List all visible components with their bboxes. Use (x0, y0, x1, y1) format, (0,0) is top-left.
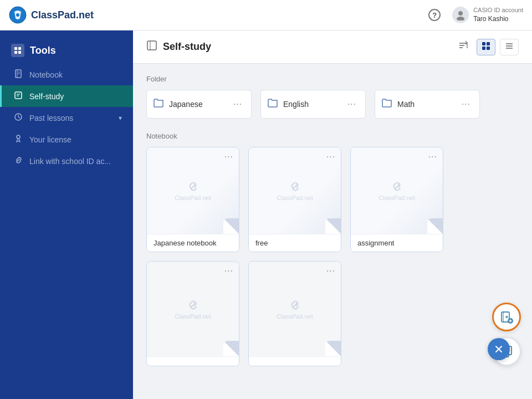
page-title: Self-study (163, 41, 211, 53)
folder-grid: Japanese ··· English ··· Math ··· (146, 90, 519, 119)
user-name: Taro Kashio (473, 14, 523, 24)
sort-button[interactable] (453, 38, 472, 55)
notebook-footer-4 (147, 356, 239, 366)
watermark-text-4: ClassPad.net (175, 313, 211, 320)
close-fab-button[interactable] (488, 338, 510, 360)
svg-point-3 (457, 17, 464, 21)
folder-menu-japanese[interactable]: ··· (231, 98, 244, 110)
folder-section-label: Folder (146, 75, 519, 83)
sidebar-item-your-license[interactable]: Your license (0, 129, 133, 150)
notebook-watermark-japanese: ClassPad.net (175, 180, 211, 201)
notebook-card-assignment[interactable]: ··· ClassPad.net assignment (350, 147, 443, 252)
notebook-footer-assignment: assignment (351, 234, 443, 252)
content-title-area: Self-study (146, 40, 211, 54)
user-avatar-icon (452, 7, 469, 23)
past-lessons-icon (13, 112, 24, 123)
notebook-footer-5 (249, 356, 341, 366)
new-notebook-icon (500, 310, 513, 324)
svg-rect-4 (14, 47, 17, 50)
notebook-name-japanese: Japanese notebook (154, 239, 216, 247)
svg-rect-23 (482, 42, 485, 45)
content-header: Self-study (133, 30, 532, 64)
svg-rect-26 (487, 47, 490, 50)
svg-rect-5 (18, 47, 21, 50)
content-controls (453, 38, 519, 55)
folder-name-math: Math (397, 100, 454, 109)
sidebar-item-license-label: Your license (29, 135, 71, 144)
sidebar-item-link-school-label: Link with school ID ac... (29, 157, 111, 166)
app-body: Tools Notebook Self-study Past lessons ▾ (0, 30, 532, 399)
watermark-link-icon (185, 180, 201, 192)
sidebar-item-notebook-label: Notebook (29, 70, 63, 79)
notebook-menu-assignment[interactable]: ··· (428, 152, 437, 162)
folder-icon-english (268, 98, 278, 110)
folder-card-japanese[interactable]: Japanese ··· (146, 90, 252, 119)
notebook-card-5[interactable]: ··· ClassPad.net (248, 261, 341, 366)
sidebar: Tools Notebook Self-study Past lessons ▾ (0, 30, 133, 399)
folder-icon-japanese (154, 98, 163, 110)
notebook-card-japanese[interactable]: ··· ClassPad.net Japanese notebook (146, 147, 239, 252)
watermark-text-1: ClassPad.net (175, 195, 211, 201)
watermark-text-2: ClassPad.net (277, 195, 313, 201)
help-button[interactable]: ? (426, 6, 443, 24)
notebook-footer-free: free (249, 234, 341, 252)
notebook-icon (13, 69, 24, 80)
notebook-watermark-5: ClassPad.net (277, 299, 313, 320)
notebook-card-4[interactable]: ··· ClassPad.net (146, 261, 239, 366)
notebook-menu-japanese[interactable]: ··· (224, 152, 233, 162)
logo-text: ClassPad.net (31, 9, 94, 21)
svg-rect-17 (147, 41, 156, 50)
notebook-grid: ··· ClassPad.net Japanese notebook (146, 147, 519, 366)
sidebar-item-past-lessons-label: Past lessons (29, 114, 73, 122)
folder-card-english[interactable]: English ··· (260, 90, 366, 119)
list-view-button[interactable] (500, 39, 519, 55)
notebook-watermark-free: ClassPad.net (277, 180, 313, 201)
classpad-logo-icon (9, 6, 27, 24)
new-notebook-fab-button[interactable] (492, 303, 521, 331)
watermark-link-icon-3 (389, 180, 405, 192)
folder-name-japanese: Japanese (169, 100, 226, 109)
tools-icon (11, 44, 24, 57)
logo-area: ClassPad.net (9, 6, 94, 24)
folder-menu-math[interactable]: ··· (459, 98, 473, 110)
user-info[interactable]: CASIO ID account Taro Kashio (452, 6, 523, 24)
notebook-watermark-assignment: ClassPad.net (378, 180, 415, 201)
tools-label: Tools (30, 45, 56, 57)
notebook-menu-5[interactable]: ··· (326, 266, 335, 276)
sidebar-tools-header: Tools (0, 39, 133, 64)
watermark-link-icon-4 (185, 299, 201, 311)
chevron-down-icon: ▾ (119, 114, 122, 122)
notebook-section-label: Notebook (146, 132, 519, 140)
notebook-name-assignment: assignment (357, 239, 394, 247)
notebook-name-free: free (255, 239, 268, 247)
notebook-menu-free[interactable]: ··· (326, 152, 335, 162)
notebook-card-free[interactable]: ··· ClassPad.net free (248, 147, 341, 252)
watermark-text-5: ClassPad.net (277, 313, 313, 320)
grid-view-button[interactable] (477, 39, 495, 55)
link-icon (13, 156, 24, 166)
notebook-footer-japanese: Japanese notebook (147, 234, 239, 252)
watermark-link-icon-5 (287, 299, 303, 311)
svg-rect-7 (18, 51, 21, 54)
content-title-icon (146, 40, 157, 54)
svg-point-1 (16, 13, 19, 17)
folder-card-math[interactable]: Math ··· (375, 90, 480, 119)
notebook-menu-4[interactable]: ··· (224, 266, 233, 276)
main-content: Self-study Folder (133, 30, 532, 399)
header-right: ? CASIO ID account Taro Kashio (426, 6, 523, 24)
notebook-watermark-4: ClassPad.net (175, 299, 211, 320)
account-label: CASIO ID account (473, 6, 523, 14)
sidebar-item-link-school[interactable]: Link with school ID ac... (0, 150, 133, 172)
svg-rect-25 (482, 47, 485, 50)
content-scroll[interactable]: Folder Japanese ··· English ··· (133, 64, 532, 399)
sidebar-item-notebook[interactable]: Notebook (0, 64, 133, 85)
watermark-link-icon-2 (287, 180, 303, 192)
user-text-block: CASIO ID account Taro Kashio (473, 6, 523, 24)
svg-rect-24 (487, 42, 490, 45)
app-header: ClassPad.net ? CASIO ID account Taro Kas… (0, 0, 532, 30)
sidebar-item-self-study[interactable]: Self-study (0, 85, 133, 107)
folder-menu-english[interactable]: ··· (345, 98, 359, 110)
folder-icon-math (382, 98, 392, 110)
sidebar-item-past-lessons[interactable]: Past lessons ▾ (0, 107, 133, 129)
folder-name-english: English (283, 100, 340, 109)
